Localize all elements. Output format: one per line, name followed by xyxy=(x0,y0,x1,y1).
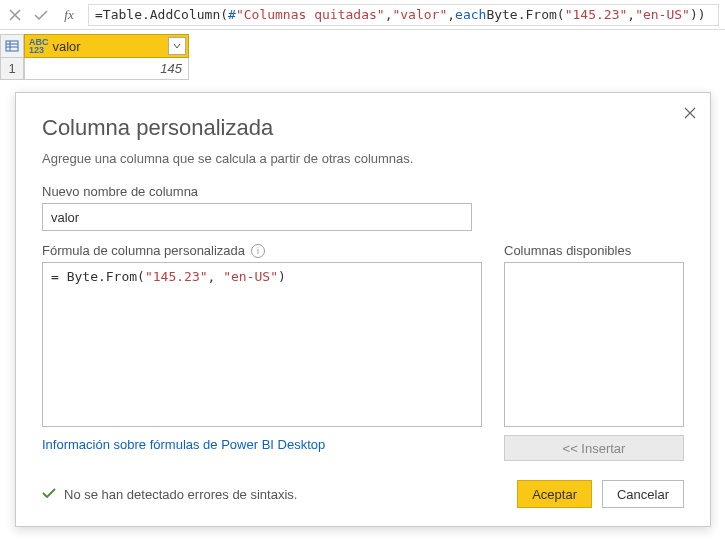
dialog-subtitle: Agregue una columna que se calcula a par… xyxy=(42,151,684,166)
cancel-button[interactable]: Cancelar xyxy=(602,480,684,508)
dialog-title: Columna personalizada xyxy=(42,115,684,141)
formula-accept-icon[interactable] xyxy=(32,6,50,24)
close-icon[interactable] xyxy=(680,103,700,123)
insert-button[interactable]: << Insertar xyxy=(504,435,684,461)
status-text: No se han detectado errores de sintaxis. xyxy=(64,487,297,502)
available-columns-label: Columnas disponibles xyxy=(504,243,684,258)
newcol-label: Nuevo nombre de columna xyxy=(42,184,684,199)
cell-value[interactable]: 145 xyxy=(24,58,189,80)
formula-label: Fórmula de columna personalizada xyxy=(42,243,245,258)
check-icon xyxy=(42,487,56,502)
formula-textarea[interactable]: = Byte.From("145.23", "en-US") xyxy=(42,262,482,427)
formula-bar: fx = Table . AddColumn ( # "Columnas qui… xyxy=(0,0,725,30)
fx-icon[interactable]: fx xyxy=(58,6,80,24)
formula-cancel-icon[interactable] xyxy=(6,6,24,24)
help-link[interactable]: Información sobre fórmulas de Power BI D… xyxy=(42,437,325,452)
available-columns-list[interactable] xyxy=(504,262,684,427)
formula-input[interactable]: = Table . AddColumn ( # "Columnas quitad… xyxy=(88,4,719,26)
custom-column-dialog: Columna personalizada Agregue una column… xyxy=(15,92,711,527)
table-preview: ABC123 valor 1 145 xyxy=(0,30,725,80)
row-number: 1 xyxy=(0,58,24,80)
newcol-input[interactable] xyxy=(42,203,472,231)
column-dropdown-icon[interactable] xyxy=(168,37,186,55)
fx-label: fx xyxy=(64,7,73,23)
column-name: valor xyxy=(53,39,81,54)
accept-button[interactable]: Aceptar xyxy=(517,480,592,508)
info-icon[interactable]: i xyxy=(251,244,265,258)
table-corner-icon[interactable] xyxy=(0,34,24,58)
column-type-icon: ABC123 xyxy=(29,38,49,54)
syntax-status: No se han detectado errores de sintaxis. xyxy=(42,487,297,502)
svg-rect-0 xyxy=(6,41,18,51)
table-row: 1 145 xyxy=(0,58,725,80)
column-header-valor[interactable]: ABC123 valor xyxy=(24,34,189,58)
